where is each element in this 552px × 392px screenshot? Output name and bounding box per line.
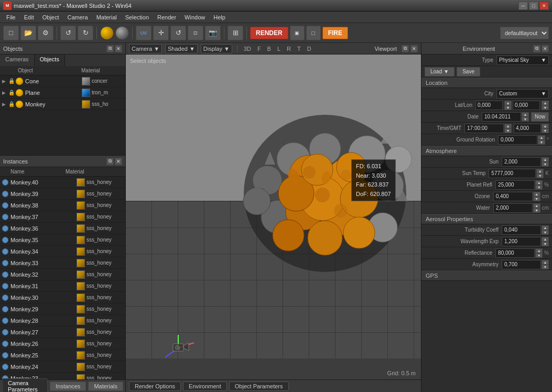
render-ball[interactable]: [115, 26, 129, 40]
list-item[interactable]: Monkey.34 sss_honey: [0, 246, 125, 257]
ozone-down[interactable]: ▼: [533, 197, 540, 201]
camera-btn[interactable]: 📷: [205, 26, 221, 40]
lat-up[interactable]: ▲: [504, 101, 512, 105]
instances-panel-close[interactable]: ✕: [115, 158, 122, 165]
uv-tool[interactable]: UV: [136, 26, 151, 40]
wave-down[interactable]: ▼: [542, 242, 549, 246]
refl-down[interactable]: ▼: [535, 253, 543, 258]
list-item[interactable]: Monkey.38 sss_honey: [0, 200, 125, 211]
ground-rot-down[interactable]: ▼: [538, 140, 545, 145]
mode-f[interactable]: F: [256, 46, 263, 52]
viewport-float[interactable]: ⧉: [402, 45, 409, 52]
objects-panel-close[interactable]: ✕: [115, 45, 122, 52]
display-dropdown[interactable]: Display ▼: [201, 44, 232, 53]
wavelength-value[interactable]: 1,200: [502, 237, 541, 246]
list-item[interactable]: Monkey.31 sss_honey: [0, 280, 125, 292]
undo-button[interactable]: ↺: [60, 26, 76, 40]
env-close[interactable]: ✕: [542, 45, 549, 52]
sun-temp-up[interactable]: ▲: [536, 169, 544, 173]
lon-down[interactable]: ▼: [542, 105, 549, 110]
list-item[interactable]: Monkey.40 sss_honey: [0, 177, 125, 188]
mode-d[interactable]: D: [306, 46, 313, 52]
turb-up[interactable]: ▲: [542, 225, 549, 230]
mode-l[interactable]: L: [276, 46, 282, 52]
list-item[interactable]: Monkey.26 sss_honey: [0, 338, 125, 350]
render-icon-1[interactable]: ▣: [290, 26, 305, 40]
tab-objects[interactable]: Objects: [35, 55, 65, 66]
viewport-close[interactable]: ✕: [410, 45, 418, 52]
menu-help[interactable]: Help: [209, 13, 230, 21]
lon-up[interactable]: ▲: [542, 101, 549, 105]
sun-temp-down[interactable]: ▼: [536, 173, 544, 178]
planet-refl-up[interactable]: ▲: [535, 180, 543, 185]
turbidity-value[interactable]: 0,040: [502, 225, 541, 235]
menu-edit[interactable]: Edit: [20, 13, 38, 21]
list-item[interactable]: Monkey.27 sss_honey: [0, 326, 125, 338]
redo-button[interactable]: ↻: [78, 26, 93, 40]
planet-refl-value[interactable]: 25,000: [495, 180, 535, 190]
settings-button[interactable]: ⚙: [38, 26, 53, 40]
render-button[interactable]: RENDER: [250, 27, 288, 39]
obj-row-cone[interactable]: ▶ 🔒 Cone concer: [0, 75, 125, 87]
obj-row-monkey[interactable]: ▶ 🔒 Monkey sss_ho: [0, 99, 125, 110]
ozone-up[interactable]: ▲: [533, 192, 540, 197]
sun-down[interactable]: ▼: [542, 162, 549, 167]
gmt-up[interactable]: ▲: [542, 124, 549, 128]
ozone-value[interactable]: 0,400: [493, 192, 533, 201]
water-up[interactable]: ▲: [533, 203, 540, 208]
date-up[interactable]: ▲: [522, 112, 529, 117]
list-item[interactable]: Monkey.29 sss_honey: [0, 303, 125, 315]
list-item[interactable]: Monkey.30 sss_honey: [0, 292, 125, 303]
obj-row-plane[interactable]: ▶ 🔒 Plane tron_m: [0, 87, 125, 99]
ground-rot-value[interactable]: 0,000: [498, 135, 537, 145]
gmt-down[interactable]: ▼: [542, 128, 549, 133]
list-item[interactable]: Monkey.35 sss_honey: [0, 234, 125, 246]
fire-button[interactable]: FIRE: [322, 27, 348, 39]
mode-b[interactable]: B: [266, 46, 273, 52]
type-dropdown[interactable]: Physical Sky ▼: [496, 56, 549, 65]
list-item[interactable]: Monkey.36 sss_honey: [0, 223, 125, 234]
render-icon-2[interactable]: □: [306, 26, 321, 40]
asymmetry-value[interactable]: 0,700: [502, 260, 541, 269]
maximize-button[interactable]: □: [529, 2, 538, 10]
open-button[interactable]: 📂: [20, 26, 36, 40]
viewport-canvas[interactable]: Select objects: [126, 55, 421, 379]
time-down[interactable]: ▼: [504, 128, 512, 133]
mode-3d[interactable]: 3D: [242, 46, 253, 52]
sphere-tool[interactable]: [100, 26, 114, 40]
list-item[interactable]: Monkey.33 sss_honey: [0, 257, 125, 269]
objects-panel-float[interactable]: ⧉: [106, 45, 114, 52]
list-item[interactable]: Monkey.28 sss_honey: [0, 315, 125, 326]
mode-r[interactable]: R: [285, 46, 293, 52]
load-button[interactable]: Load ▼: [425, 67, 454, 77]
reflectance-value[interactable]: 80,000: [495, 248, 535, 258]
move-tool[interactable]: ✛: [153, 26, 169, 40]
expand-tool[interactable]: ⊞: [228, 26, 243, 40]
sun-temp-value[interactable]: 5777,000: [489, 169, 536, 178]
asym-down[interactable]: ▼: [542, 265, 549, 269]
time-value[interactable]: 17:00:00: [464, 124, 504, 133]
sun-up[interactable]: ▲: [542, 157, 549, 162]
water-down[interactable]: ▼: [533, 208, 540, 213]
rotate-tool[interactable]: ↺: [170, 26, 186, 40]
menu-material[interactable]: Material: [92, 13, 121, 21]
tab-render-options[interactable]: Render Options: [129, 382, 181, 391]
now-button[interactable]: Now: [531, 112, 549, 122]
shading-dropdown[interactable]: Shaded ▼: [165, 44, 198, 53]
env-float[interactable]: ⧉: [533, 45, 540, 52]
tab-environment-btm[interactable]: Environment: [183, 382, 227, 391]
menu-selection[interactable]: Selection: [121, 13, 153, 21]
lat-down[interactable]: ▼: [504, 105, 512, 110]
layout-select[interactable]: defaultlayout: [500, 27, 549, 39]
turb-down[interactable]: ▼: [542, 230, 549, 235]
list-item[interactable]: Monkey.32 sss_honey: [0, 269, 125, 280]
list-item[interactable]: Monkey.24 sss_honey: [0, 361, 125, 373]
menu-object[interactable]: Object: [38, 13, 63, 21]
menu-file[interactable]: File: [2, 13, 20, 21]
menu-camera[interactable]: Camera: [63, 13, 92, 21]
lon-value[interactable]: 0,000: [513, 101, 540, 110]
close-button[interactable]: ✕: [539, 2, 549, 10]
tab-cameras[interactable]: Cameras: [0, 55, 35, 66]
menu-window[interactable]: Window: [180, 13, 209, 21]
city-dropdown[interactable]: Custom ▼: [496, 89, 549, 99]
